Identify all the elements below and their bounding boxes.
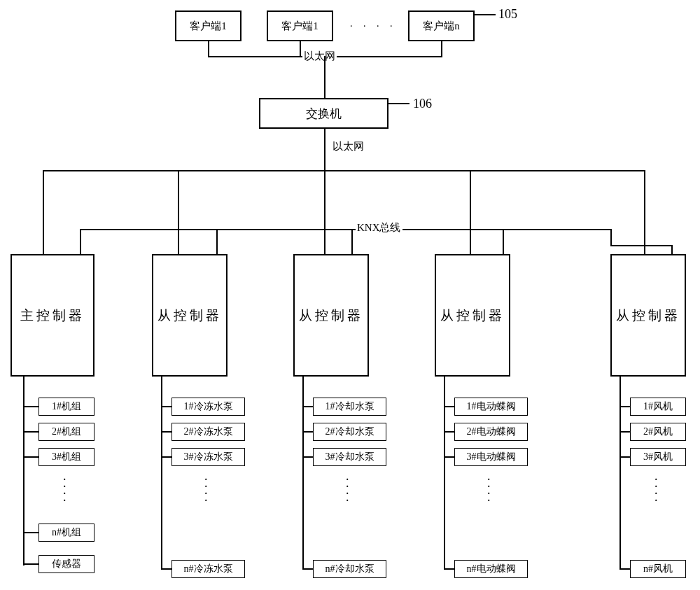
col4-d3: 3#电动蝶阀 [454,448,528,466]
col5-d1: 1#风机 [630,398,686,416]
client-2-label: 客户端1 [281,20,318,33]
col2-dn: n#冷冻水泵 [172,560,245,578]
knx-c2-v [216,229,218,254]
knx-c3-v [351,229,353,254]
client-2-box: 客户端1 [267,10,333,41]
col3-dots: ···· [346,476,349,504]
line-switch-down [324,129,326,171]
client-n-label: 客户端n [423,20,460,33]
master-controller-label: 主控制器 [20,307,85,325]
col1-bn [23,532,38,533]
col1-d2: 2#机组 [38,423,94,441]
client-1-box: 客户端1 [175,10,241,41]
col4-d2: 2#电动蝶阀 [454,423,528,441]
slave-controller-4: 从控制器 [610,254,686,377]
col3-b2 [302,431,313,433]
col2-d1: 1#冷冻水泵 [172,398,245,416]
col3-d1: 1#冷却水泵 [313,398,386,416]
slave-controller-1-label: 从控制器 [158,307,222,325]
slave-controller-2-label: 从控制器 [299,307,363,325]
col4-bn [444,568,454,570]
col5-dn: n#风机 [630,560,686,578]
col1-bs [23,563,38,565]
col3-b3 [302,456,313,458]
line-c1-down [208,41,209,57]
slave-controller-4-label: 从控制器 [616,307,680,325]
knx-c5-v2 [671,245,673,254]
col2-dots: ···· [204,476,208,504]
eth-c2-v [178,170,179,254]
switch-label: 交换机 [306,106,342,122]
col4-b2 [444,431,454,433]
col1-b2 [23,431,38,433]
ethernet-label-1: 以太网 [302,50,337,63]
col2-b3 [161,456,172,458]
col1-b3 [23,456,38,458]
eth-c1-v [43,170,44,254]
col5-d2: 2#风机 [630,423,686,441]
slave-controller-3: 从控制器 [435,254,510,377]
slave-controller-1: 从控制器 [152,254,227,377]
line-bus-switch [324,56,326,98]
col2-bn [161,568,172,570]
knx-c4-v [503,229,504,254]
col3-dn: n#冷却水泵 [313,560,386,578]
col2-b2 [161,431,172,433]
col4-d1: 1#电动蝶阀 [454,398,528,416]
col4-dn: n#电动蝶阀 [454,560,528,578]
line-cn-down [441,41,442,57]
slave-controller-3-label: 从控制器 [440,307,505,325]
col3-d2: 2#冷却水泵 [313,423,386,441]
eth-bus [43,170,645,171]
switch-box: 交换机 [259,98,388,129]
client-1-label: 客户端1 [190,20,227,33]
slave-controller-2: 从控制器 [293,254,369,377]
col1-trunk [23,377,24,566]
col3-b1 [302,406,313,407]
col4-dots: ···· [487,476,491,504]
col2-b1 [161,406,172,407]
knx-c1-v [80,229,81,254]
col5-bn [620,568,630,570]
eth-c3-v [324,170,326,254]
ref-106: 106 [413,97,432,111]
client-n-box: 客户端n [408,10,475,41]
master-controller: 主控制器 [10,254,94,377]
col1-d3: 3#机组 [38,448,94,466]
col2-d2: 2#冷冻水泵 [172,423,245,441]
col5-b3 [620,456,630,458]
ethernet-label-2: 以太网 [331,140,365,153]
col1-b1 [23,406,38,407]
client-dots: · · · · [350,21,397,32]
col1-dots: ···· [63,476,66,504]
col5-d3: 3#风机 [630,448,686,466]
knx-bus [80,229,612,230]
knx-c5-h [610,245,673,246]
ref-105-line [475,14,496,15]
col5-b1 [620,406,630,407]
knx-c5-v [610,229,612,246]
line-c2-down [300,41,301,57]
ref-106-line [388,103,410,104]
col1-d1: 1#机组 [38,398,94,416]
col1-dn: n#机组 [38,524,94,542]
col1-sensor: 传感器 [38,555,94,573]
col5-b2 [620,431,630,433]
col2-d3: 3#冷冻水泵 [172,448,245,466]
knx-label: KNX总线 [356,221,402,234]
col3-bn [302,568,313,570]
col4-b1 [444,406,454,407]
col5-dots: ···· [654,476,658,504]
col4-b3 [444,456,454,458]
eth-c4-v [470,170,471,254]
col3-d3: 3#冷却水泵 [313,448,386,466]
ref-105: 105 [498,7,517,22]
eth-c5-v [644,170,645,254]
